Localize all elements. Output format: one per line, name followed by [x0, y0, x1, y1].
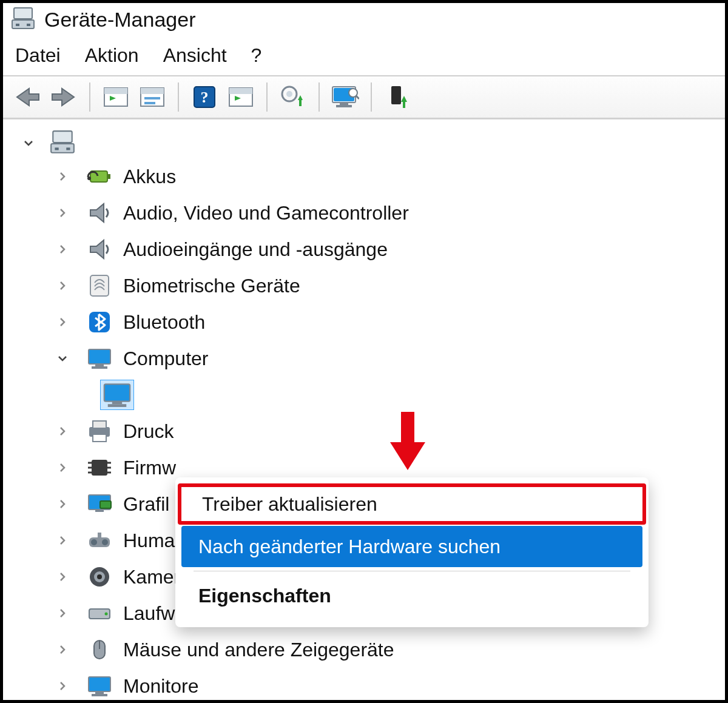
tree-item-mice[interactable]: Mäuse und andere Zeigegeräte	[21, 631, 720, 668]
collapse-icon[interactable]	[55, 351, 70, 366]
show-hidden-button[interactable]	[100, 81, 132, 113]
tree-item-monitors[interactable]: Monitore	[21, 668, 720, 703]
svg-rect-45	[104, 384, 130, 401]
svg-rect-51	[92, 460, 107, 476]
collapse-icon[interactable]	[21, 136, 36, 150]
display-adapter-icon	[86, 490, 113, 518]
expand-icon[interactable]	[55, 606, 70, 621]
svg-rect-60	[100, 501, 111, 508]
expand-icon[interactable]	[55, 242, 70, 257]
menu-view[interactable]: Ansicht	[163, 44, 227, 67]
toolbar: ?	[3, 76, 725, 119]
ctx-update-driver[interactable]: Treiber aktualisieren	[178, 483, 646, 525]
tree-item-label: Monitore	[123, 675, 199, 698]
chip-icon	[86, 454, 113, 482]
svg-marker-4	[17, 89, 39, 106]
svg-rect-1	[12, 20, 34, 29]
svg-point-62	[91, 539, 97, 545]
svg-rect-2	[16, 24, 19, 26]
ctx-properties[interactable]: Eigenschaften	[181, 575, 642, 616]
tree-item-biometric[interactable]: Biometrische Geräte	[21, 267, 720, 304]
tree-item-audio-io[interactable]: Audioeingänge und -ausgänge	[21, 231, 720, 267]
expand-icon[interactable]	[55, 642, 70, 657]
svg-point-67	[97, 574, 102, 579]
tree-item-bluetooth[interactable]: Bluetooth	[21, 304, 720, 340]
tree-root[interactable]	[21, 128, 720, 158]
svg-rect-73	[95, 691, 104, 694]
expand-icon[interactable]	[55, 679, 70, 693]
camera-icon	[86, 563, 113, 591]
monitor-icon	[86, 672, 113, 700]
tree-item-label: Bluetooth	[123, 311, 205, 334]
ctx-item-label: Eigenschaften	[198, 585, 331, 607]
mouse-icon	[86, 636, 113, 664]
svg-point-63	[102, 539, 108, 545]
tree-item-label: Akkus	[123, 166, 176, 188]
svg-rect-3	[27, 24, 30, 26]
scan-hardware-button[interactable]	[225, 81, 257, 113]
svg-rect-44	[92, 366, 107, 369]
menu-file[interactable]: Datei	[15, 44, 61, 67]
svg-rect-7	[104, 88, 127, 94]
expand-icon[interactable]	[55, 497, 70, 511]
menu-help[interactable]: ?	[251, 44, 262, 67]
svg-marker-29	[401, 96, 407, 102]
tree-item-computer[interactable]: Computer	[21, 340, 720, 377]
svg-rect-31	[53, 131, 72, 143]
tree-item-label: Mäuse und andere Zeigegeräte	[123, 639, 394, 661]
svg-rect-64	[98, 533, 101, 539]
printer-icon	[86, 417, 113, 445]
window-title: Geräte-Manager	[44, 8, 195, 32]
svg-point-37	[87, 177, 91, 180]
tree-item-printers[interactable]: Druck	[21, 413, 720, 449]
expand-icon[interactable]	[55, 570, 70, 584]
remote-computer-button[interactable]	[329, 81, 361, 113]
svg-rect-40	[90, 275, 109, 296]
fingerprint-icon	[86, 272, 113, 300]
device-tree[interactable]: Akkus Audio, Video und Gamecontroller Au…	[3, 119, 725, 703]
help-button[interactable]: ?	[189, 81, 220, 113]
svg-rect-32	[51, 144, 74, 153]
expand-icon[interactable]	[55, 315, 70, 329]
tree-item-computer-child-selected[interactable]	[21, 377, 720, 413]
tree-item-batteries[interactable]: Akkus	[21, 158, 720, 195]
update-driver-button[interactable]	[277, 81, 309, 113]
device-manager-icon	[10, 7, 36, 32]
svg-rect-11	[144, 97, 160, 99]
tree-item-label: Druck	[123, 420, 174, 443]
device-manager-window: Geräte-Manager Datei Aktion Ansicht ? ?	[0, 0, 728, 703]
svg-marker-38	[90, 204, 104, 222]
svg-rect-28	[391, 86, 401, 104]
expand-icon[interactable]	[55, 206, 70, 220]
svg-marker-20	[298, 95, 303, 100]
svg-rect-46	[112, 402, 122, 405]
ctx-item-label: Treiber aktualisieren	[202, 493, 377, 516]
svg-rect-74	[92, 694, 107, 696]
context-menu-divider	[194, 571, 630, 571]
expand-icon[interactable]	[55, 169, 70, 184]
svg-rect-30	[403, 102, 405, 108]
menu-action[interactable]: Aktion	[85, 44, 139, 67]
expand-icon[interactable]	[55, 278, 70, 293]
svg-marker-39	[90, 240, 104, 258]
svg-rect-43	[95, 364, 104, 366]
hid-icon	[86, 526, 113, 554]
expand-icon[interactable]	[55, 533, 70, 548]
titlebar: Geräte-Manager	[3, 3, 725, 39]
ctx-item-label: Nach geänderter Hardware suchen	[198, 536, 500, 558]
bluetooth-icon	[86, 308, 113, 336]
tree-item-label: Grafil	[123, 493, 169, 516]
tree-item-audio-video[interactable]: Audio, Video und Gamecontroller	[21, 195, 720, 231]
nav-back-button[interactable]	[12, 81, 43, 113]
nav-forward-button[interactable]	[48, 81, 79, 113]
expand-icon[interactable]	[55, 460, 70, 475]
toolbar-separator	[89, 82, 90, 112]
add-legacy-hardware-button[interactable]	[382, 81, 413, 113]
svg-rect-47	[108, 404, 127, 407]
svg-rect-72	[89, 677, 110, 691]
ctx-scan-hardware[interactable]: Nach geänderter Hardware suchen	[181, 526, 642, 567]
expand-icon[interactable]	[55, 424, 70, 439]
properties-button[interactable]	[136, 81, 168, 113]
tree-item-label: Audio, Video und Gamecontroller	[123, 202, 409, 224]
tree-item-label: Huma	[123, 530, 175, 552]
